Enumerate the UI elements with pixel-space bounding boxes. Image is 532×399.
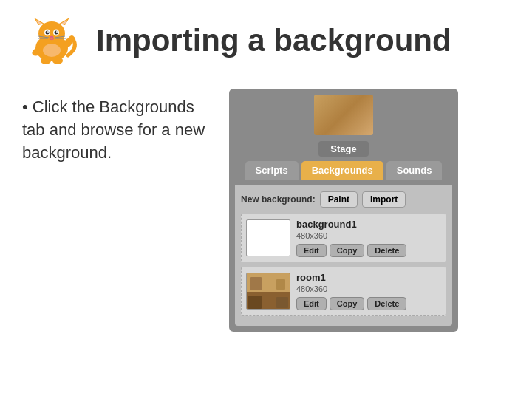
- tab-sounds[interactable]: Sounds: [386, 161, 443, 180]
- stage-area: [235, 95, 452, 135]
- tab-scripts[interactable]: Scripts: [245, 161, 299, 180]
- svg-point-1: [38, 21, 65, 45]
- bg-size-1: 480x360: [296, 231, 441, 240]
- stage-label: Stage: [318, 141, 368, 157]
- stage-label-row: Stage: [235, 141, 452, 157]
- bg-buttons-2: Edit Copy Delete: [296, 297, 441, 310]
- bg-thumbnail-2: [246, 273, 290, 310]
- scratch-panel: Stage Scripts Backgrounds Sounds New bac…: [229, 89, 458, 332]
- svg-point-12: [50, 36, 54, 38]
- edit-button-1[interactable]: Edit: [296, 244, 327, 257]
- stage-thumbnail: [314, 95, 373, 135]
- main-content: Click the Backgrounds tab and browse for…: [22, 89, 510, 332]
- bullet-item-1: Click the Backgrounds tab and browse for…: [22, 96, 207, 164]
- import-button[interactable]: Import: [362, 191, 406, 208]
- header: Importing a background: [22, 15, 510, 66]
- svg-rect-27: [276, 297, 288, 308]
- tab-backgrounds[interactable]: Backgrounds: [301, 161, 383, 180]
- bg-name-2: room1: [296, 272, 441, 283]
- delete-button-1[interactable]: Delete: [367, 244, 406, 257]
- bg-thumbnail-1: [246, 219, 290, 256]
- svg-rect-26: [248, 296, 262, 309]
- svg-point-20: [52, 57, 63, 64]
- copy-button-2[interactable]: Copy: [330, 297, 365, 310]
- svg-rect-24: [250, 277, 262, 290]
- bg-editor: New background: Paint Import background1…: [235, 185, 452, 326]
- svg-point-10: [47, 31, 49, 33]
- new-bg-row: New background: Paint Import: [241, 191, 446, 208]
- svg-point-8: [46, 31, 50, 35]
- svg-point-11: [56, 31, 58, 33]
- bullet-text: Click the Backgrounds tab and browse for…: [22, 89, 207, 164]
- page-title: Importing a background: [96, 24, 451, 58]
- bg-size-2: 480x360: [296, 284, 441, 293]
- svg-rect-25: [276, 279, 285, 290]
- bg-info-2: room1 480x360 Edit Copy Delete: [296, 272, 441, 310]
- delete-button-2[interactable]: Delete: [367, 297, 406, 310]
- svg-point-19: [41, 57, 51, 64]
- tabs-row[interactable]: Scripts Backgrounds Sounds: [235, 161, 452, 180]
- slide: Importing a background Click the Backgro…: [0, 0, 532, 399]
- svg-point-21: [43, 44, 61, 57]
- bg-buttons-1: Edit Copy Delete: [296, 244, 441, 257]
- copy-button-1[interactable]: Copy: [330, 244, 365, 257]
- stage-thumbnail-bg: [314, 95, 373, 135]
- new-bg-label: New background:: [241, 194, 316, 205]
- table-row: background1 480x360 Edit Copy Delete: [241, 214, 446, 262]
- bg-name-1: background1: [296, 219, 441, 230]
- svg-point-9: [55, 31, 58, 35]
- table-row: room1 480x360 Edit Copy Delete: [241, 267, 446, 316]
- bg-info-1: background1 480x360 Edit Copy Delete: [296, 219, 441, 257]
- paint-button[interactable]: Paint: [320, 191, 358, 208]
- edit-button-2[interactable]: Edit: [296, 297, 327, 310]
- scratch-cat-icon: [22, 15, 81, 66]
